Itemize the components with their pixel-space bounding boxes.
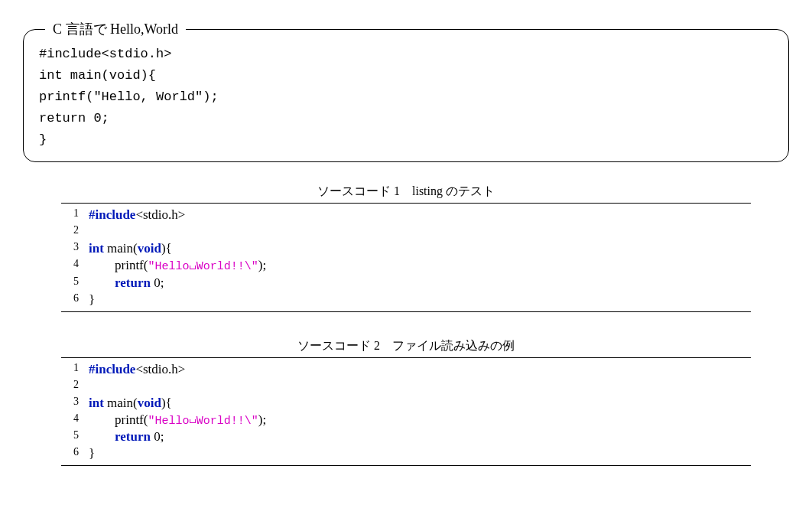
listing: ソースコード 1 listing のテスト1#include<stdio.h>2… (61, 181, 751, 311)
listing-row: 4 printf("HelloWorld!!\"); (61, 257, 267, 274)
keyword-token: return (115, 275, 151, 290)
line-number: 5 (61, 428, 88, 445)
text-token (89, 275, 115, 290)
code-line: #include<stdio.h> (88, 361, 267, 378)
code-line: return 0; (88, 275, 267, 292)
code-box-title: C 言語で Hello,World (45, 20, 186, 38)
line-number: 6 (61, 292, 88, 308)
keyword-token: void (138, 396, 161, 410)
listing-row: 5 return 0; (61, 428, 267, 445)
text-token (89, 429, 115, 444)
keyword-token: int (89, 396, 104, 410)
listing-row: 2 (61, 378, 267, 395)
keyword-token: return (115, 429, 151, 444)
listing-row: 4 printf("HelloWorld!!\"); (61, 412, 267, 428)
string-token: World!!\" (197, 415, 258, 428)
code-line: } (88, 292, 267, 308)
listing-caption: ソースコード 1 listing のテスト (61, 181, 751, 203)
text-token: main( (104, 241, 138, 256)
listing-row: 3int main(void){ (61, 240, 267, 257)
line-number: 2 (61, 223, 88, 240)
line-number: 2 (61, 378, 88, 395)
listing-caption-title: listing のテスト (412, 184, 495, 197)
listing-row: 6} (61, 292, 267, 308)
visible-space-icon (189, 258, 196, 269)
text-token: ){ (161, 241, 172, 256)
listing-table: 1#include<stdio.h>2 3int main(void){4 pr… (61, 207, 267, 308)
string-token: "Hello (148, 261, 189, 274)
listing-body: 1#include<stdio.h>2 3int main(void){4 pr… (61, 203, 751, 311)
line-number: 1 (61, 361, 88, 378)
listing: ソースコード 2 ファイル読み込みの例1#include<stdio.h>2 3… (61, 335, 751, 466)
text-token: 0; (151, 429, 164, 444)
preprocessor-token: #include (89, 207, 135, 222)
string-token: "Hello (148, 415, 189, 428)
listing-row: 3int main(void){ (61, 395, 267, 412)
line-number: 4 (61, 412, 88, 428)
listing-caption-title: ファイル読み込みの例 (392, 339, 515, 352)
code-line: #include<stdio.h> (39, 47, 171, 61)
code-line: printf("Hello, World"); (39, 90, 219, 104)
listing-row: 6} (61, 445, 267, 462)
text-token: main( (104, 396, 138, 410)
code-line: return 0; (39, 111, 109, 125)
code-line: printf("HelloWorld!!\"); (88, 257, 267, 274)
text-token: } (89, 446, 95, 461)
listing-table: 1#include<stdio.h>2 3int main(void){4 pr… (61, 361, 267, 462)
listing-row: 1#include<stdio.h> (61, 207, 267, 223)
text-token: ); (258, 412, 266, 427)
listing-row: 5 return 0; (61, 275, 267, 292)
code-line: return 0; (88, 428, 267, 445)
text-token: ){ (161, 396, 172, 410)
code-line: } (88, 445, 267, 462)
listings-container: ソースコード 1 listing のテスト1#include<stdio.h>2… (23, 181, 789, 466)
text-token: printf( (89, 412, 148, 427)
line-number: 1 (61, 207, 88, 223)
line-number: 3 (61, 240, 88, 257)
keyword-token: void (138, 241, 161, 256)
line-number: 6 (61, 445, 88, 462)
text-token: } (89, 292, 95, 307)
visible-space-icon (189, 412, 196, 424)
text-token: <stdio.h> (135, 362, 185, 376)
code-line: } (39, 132, 47, 147)
code-line: int main(void){ (88, 240, 267, 257)
code-line (88, 378, 267, 395)
listing-caption: ソースコード 2 ファイル読み込みの例 (61, 335, 751, 357)
text-token: ); (258, 259, 266, 273)
code-line (88, 223, 267, 240)
string-token: World!!\" (197, 261, 258, 274)
listing-body: 1#include<stdio.h>2 3int main(void){4 pr… (61, 357, 751, 466)
keyword-token: int (89, 241, 104, 256)
code-line: printf("HelloWorld!!\"); (88, 412, 267, 428)
code-box-content: #include<stdio.h> int main(void){ printf… (39, 44, 773, 151)
line-number: 5 (61, 275, 88, 292)
code-line: int main(void){ (39, 68, 156, 83)
listing-row: 1#include<stdio.h> (61, 361, 267, 378)
line-number: 3 (61, 395, 88, 412)
preprocessor-token: #include (89, 362, 135, 376)
listing-caption-prefix: ソースコード 2 (297, 339, 380, 352)
text-token: printf( (89, 259, 148, 273)
code-box: C 言語で Hello,World #include<stdio.h> int … (23, 29, 789, 162)
code-line: int main(void){ (88, 395, 267, 412)
line-number: 4 (61, 257, 88, 274)
text-token: <stdio.h> (135, 207, 185, 222)
listing-caption-prefix: ソースコード 1 (317, 184, 400, 197)
code-line: #include<stdio.h> (88, 207, 267, 223)
listing-row: 2 (61, 223, 267, 240)
text-token: 0; (151, 275, 164, 290)
